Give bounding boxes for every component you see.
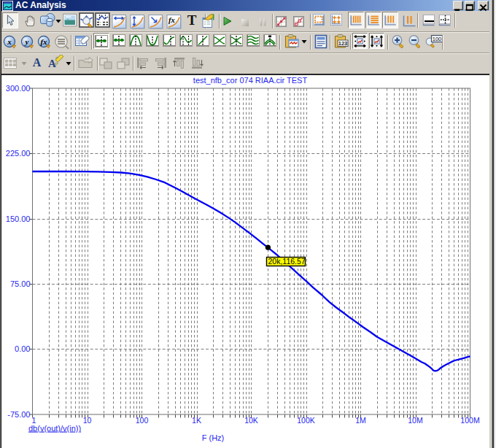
- svg-text:100: 100: [136, 416, 149, 425]
- svg-text:150.00: 150.00: [6, 215, 31, 223]
- svg-text:10: 10: [83, 416, 92, 425]
- svg-text:10K: 10K: [244, 416, 258, 425]
- svg-text:1K: 1K: [192, 416, 201, 425]
- svg-text:F (Hz): F (Hz): [202, 433, 225, 442]
- svg-text:100M: 100M: [460, 416, 479, 425]
- svg-text:100: 100: [433, 36, 442, 42]
- svg-text:300.00: 300.00: [6, 84, 31, 93]
- svg-text:75.00: 75.00: [10, 279, 31, 288]
- svg-text:20k,116.57: 20k,116.57: [268, 257, 306, 266]
- svg-text:1M: 1M: [355, 416, 366, 425]
- svg-text:test_nfb_cor 074 RIAA.cir TEST: test_nfb_cor 074 RIAA.cir TEST: [193, 76, 308, 85]
- svg-text:A: A: [48, 58, 56, 69]
- svg-text:db(v(out)/v(in)): db(v(out)/v(in)): [28, 424, 81, 433]
- svg-text:0.00: 0.00: [15, 344, 30, 353]
- svg-text:10M: 10M: [408, 416, 422, 425]
- svg-text:123: 123: [338, 40, 348, 47]
- svg-text:fx: fx: [168, 16, 175, 24]
- svg-text:-75.00: -75.00: [7, 410, 30, 419]
- svg-text:fx: fx: [40, 37, 47, 46]
- svg-text:x: x: [7, 37, 12, 46]
- svg-text:225.00: 225.00: [6, 149, 31, 158]
- svg-text:100K: 100K: [297, 416, 315, 425]
- svg-text:y: y: [23, 37, 28, 46]
